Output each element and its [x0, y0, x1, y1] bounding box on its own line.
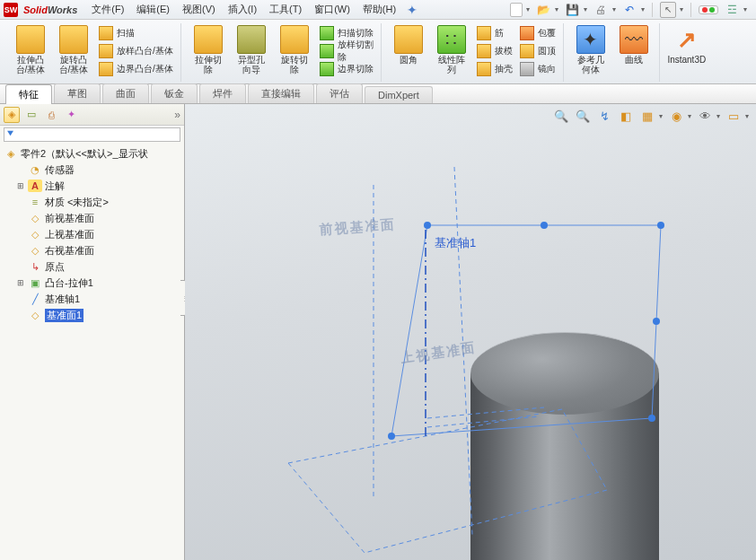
loft-button[interactable]: 放样凸台/基体 — [97, 43, 175, 59]
hide-show-icon[interactable]: 👁 — [697, 108, 713, 124]
front-plane-label: 前视基准面 — [319, 216, 396, 239]
boundary-cut-button[interactable]: 边界切除 — [318, 61, 375, 77]
zoom-fit-icon[interactable]: 🔍 — [553, 108, 569, 124]
boundary-button[interactable]: 边界凸台/基体 — [97, 61, 175, 77]
boundary-icon — [99, 62, 113, 76]
rib-button[interactable]: 筋 — [475, 25, 514, 41]
heads-up-view-toolbar: 🔍 🔍 ↯ ◧ ▦▾ ◉▾ 👁▾ ▭▾ — [553, 108, 749, 124]
mirror-icon — [520, 62, 534, 76]
select-icon[interactable]: ↖ — [660, 2, 676, 18]
section-view-icon[interactable]: ◧ — [618, 108, 634, 124]
dome-button[interactable]: 圆顶 — [518, 43, 558, 59]
tree-sensors[interactable]: ◔传感器 — [0, 162, 184, 178]
tab-weldments[interactable]: 焊件 — [199, 83, 246, 103]
panel-expand-icon[interactable]: » — [174, 109, 180, 121]
revolve-boss-button[interactable]: 旋转凸 台/基体 — [54, 23, 93, 74]
save-icon[interactable]: 💾 — [564, 2, 580, 18]
tree-filter-input[interactable] — [4, 127, 180, 142]
linear-pattern-button[interactable]: ∷线性阵 列 — [432, 23, 471, 74]
graphics-viewport[interactable]: 🔍 🔍 ↯ ◧ ▦▾ ◉▾ 👁▾ ▭▾ — [185, 104, 756, 560]
wrap-icon — [520, 26, 534, 40]
wrap-button[interactable]: 包覆 — [518, 25, 558, 41]
tab-surface[interactable]: 曲面 — [102, 83, 149, 103]
tree-material[interactable]: ≡材质 <未指定> — [0, 194, 184, 210]
tab-dimxpert[interactable]: DimXpert — [365, 86, 433, 103]
rebuild-status-icon[interactable] — [699, 5, 718, 14]
zoom-area-icon[interactable]: 🔍 — [575, 108, 591, 124]
tab-sheetmetal[interactable]: 钣金 — [151, 83, 198, 103]
sweep-button[interactable]: 扫描 — [97, 25, 175, 41]
mirror-button[interactable]: 镜向 — [518, 61, 558, 77]
plane-icon: ◇ — [28, 309, 42, 321]
property-manager-tab-icon[interactable]: ▭ — [23, 107, 40, 123]
tab-features[interactable]: 特征 — [5, 84, 52, 104]
menu-edit[interactable]: 编辑(E) — [131, 1, 175, 18]
axis-label[interactable]: 基准轴1 — [435, 235, 476, 251]
draft-icon — [477, 44, 491, 58]
loft-cut-button[interactable]: 放样切割 除 — [318, 43, 375, 59]
pattern-icon: ∷ — [437, 25, 466, 54]
help-icon[interactable]: ✦ — [407, 3, 418, 17]
menu-tools[interactable]: 工具(T) — [264, 1, 307, 18]
new-file-icon[interactable] — [510, 3, 523, 17]
material-icon: ≡ — [28, 196, 42, 208]
reference-geometry-button[interactable]: ✦参考几 何体 — [571, 23, 611, 74]
tab-direct-edit[interactable]: 直接编辑 — [248, 83, 314, 103]
shell-button[interactable]: 抽壳 — [475, 61, 514, 77]
tab-sketch[interactable]: 草图 — [54, 83, 101, 103]
options-icon[interactable]: ☲ — [724, 2, 740, 18]
app-title: SolidWorks — [23, 4, 77, 15]
tree-axis[interactable]: ╱基准轴1 — [0, 291, 184, 307]
menu-window[interactable]: 窗口(W) — [309, 1, 356, 18]
tree-root-part[interactable]: ◈零件2（默认<<默认>_显示状 — [0, 145, 184, 162]
draft-button[interactable]: 拔模 — [475, 43, 514, 59]
extrude-cut-button[interactable]: 拉伸切 除 — [189, 23, 228, 74]
curves-button[interactable]: 〰曲线 — [614, 23, 654, 65]
hole-icon — [237, 25, 266, 54]
previous-view-icon[interactable]: ↯ — [596, 108, 612, 124]
sweep-icon — [99, 26, 113, 40]
panel-tabs: ◈ ▭ ⎙ ✦ » — [0, 104, 184, 126]
tree-annotations[interactable]: ⊞A注解 — [0, 178, 184, 194]
tab-evaluate[interactable]: 评估 — [316, 83, 363, 103]
tree-right-plane[interactable]: ◇右视基准面 — [0, 242, 184, 258]
sensor-icon: ◔ — [28, 163, 42, 176]
boundary-cut-icon — [320, 62, 334, 76]
command-manager-tabs: 特征 草图 曲面 钣金 焊件 直接编辑 评估 DimXpert — [0, 84, 756, 104]
tree-top-plane[interactable]: ◇上视基准面 — [0, 226, 184, 242]
menu-insert[interactable]: 插入(I) — [223, 1, 262, 18]
revolve-icon — [59, 25, 88, 54]
open-file-icon[interactable]: 📂 — [535, 2, 551, 18]
tree-front-plane[interactable]: ◇前视基准面 — [0, 210, 184, 226]
extrude-boss-button[interactable]: 拉伸凸 台/基体 — [11, 23, 50, 74]
undo-icon[interactable]: ↶ — [621, 2, 637, 18]
plane-icon: ◇ — [28, 244, 42, 257]
appearance-icon[interactable]: ▭ — [725, 108, 742, 124]
hole-wizard-button[interactable]: 异型孔 向导 — [232, 23, 271, 74]
sweep-cut-icon — [320, 26, 334, 40]
svg-point-2 — [657, 222, 664, 229]
fillet-icon — [394, 25, 423, 54]
extrude-feature-icon: ▣ — [28, 276, 42, 289]
menu-file[interactable]: 文件(F) — [86, 1, 129, 18]
extrude-cut-icon — [194, 25, 223, 54]
tree-origin[interactable]: ↳原点 — [0, 258, 184, 275]
svg-point-6 — [653, 318, 660, 325]
tree-datum-plane[interactable]: ◇基准面1 — [0, 307, 184, 323]
print-icon[interactable]: 🖨 — [593, 2, 609, 18]
view-orientation-icon[interactable]: ▦ — [639, 108, 655, 124]
menu-help[interactable]: 帮助(H) — [357, 1, 401, 18]
plane-icon: ◇ — [28, 212, 42, 224]
menu-view[interactable]: 视图(V) — [177, 1, 221, 18]
display-style-icon[interactable]: ◉ — [668, 108, 684, 124]
dimxpert-tab-icon[interactable]: ✦ — [63, 107, 79, 123]
feature-tree-tab-icon[interactable]: ◈ — [4, 107, 20, 123]
instant3d-button[interactable]: ↗Instant3D — [667, 23, 707, 65]
extrude-icon — [16, 25, 45, 54]
revolve-cut-button[interactable]: 旋转切 除 — [275, 23, 314, 74]
tree-boss-extrude[interactable]: ⊞▣凸台-拉伸1 — [0, 275, 184, 291]
menu-bar: SW SolidWorks 文件(F) 编辑(E) 视图(V) 插入(I) 工具… — [0, 0, 756, 20]
svg-point-1 — [424, 222, 431, 229]
fillet-button[interactable]: 圆角 — [389, 23, 428, 65]
configuration-tab-icon[interactable]: ⎙ — [43, 107, 59, 123]
